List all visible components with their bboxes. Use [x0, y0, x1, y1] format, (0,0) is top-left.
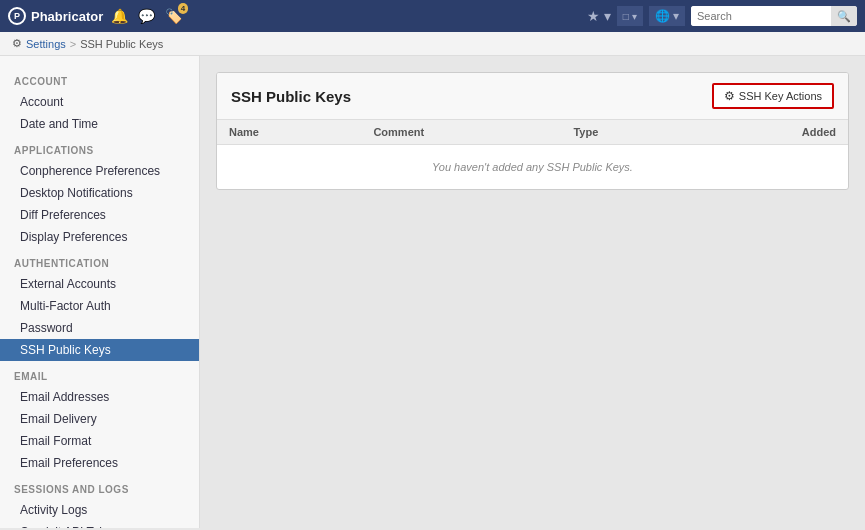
search-button[interactable]: 🔍 [831, 6, 857, 26]
bell-icon[interactable]: 🔔 [111, 8, 128, 24]
breadcrumb-separator: > [70, 38, 76, 50]
app-logo[interactable]: P Phabricator [8, 7, 103, 25]
sidebar-item-conpherence[interactable]: Conpherence Preferences [0, 160, 199, 182]
topnav-left: P Phabricator 🔔 💬 🏷️4 [8, 7, 182, 25]
ssh-key-actions-label: SSH Key Actions [739, 90, 822, 102]
content-panel: SSH Public Keys ⚙ SSH Key Actions NameCo… [216, 72, 849, 190]
sidebar-item-mfa[interactable]: Multi-Factor Auth [0, 295, 199, 317]
sidebar-item-ssh-keys[interactable]: SSH Public Keys [0, 339, 199, 361]
empty-row: You haven't added any SSH Public Keys. [217, 145, 848, 189]
sidebar-item-email-format[interactable]: Email Format [0, 430, 199, 452]
breadcrumb-arrow: ⚙ [12, 37, 22, 50]
top-navigation: P Phabricator 🔔 💬 🏷️4 ★ ▾ □ ▾ 🌐 ▾ 🔍 [0, 0, 865, 32]
panel-header: SSH Public Keys ⚙ SSH Key Actions [217, 73, 848, 120]
window-button[interactable]: □ ▾ [617, 6, 643, 26]
topnav-icons: 🔔 💬 🏷️4 [111, 8, 182, 24]
sidebar-item-email-prefs[interactable]: Email Preferences [0, 452, 199, 474]
breadcrumb: ⚙ Settings > SSH Public Keys [0, 32, 865, 56]
sidebar-item-diff-prefs[interactable]: Diff Preferences [0, 204, 199, 226]
search-input[interactable] [691, 6, 831, 26]
sidebar-item-activity-logs[interactable]: Activity Logs [0, 499, 199, 521]
sidebar-item-conduit-tokens[interactable]: Conduit API Tokens [0, 521, 199, 528]
sidebar-item-display-prefs[interactable]: Display Preferences [0, 226, 199, 248]
panel-title: SSH Public Keys [231, 88, 351, 105]
sidebar-item-email-addresses[interactable]: Email Addresses [0, 386, 199, 408]
topnav-right: ★ ▾ □ ▾ 🌐 ▾ 🔍 [587, 6, 857, 26]
sidebar-item-external-accounts[interactable]: External Accounts [0, 273, 199, 295]
sidebar-section-title: SESSIONS AND LOGS [0, 474, 199, 499]
logo-icon: P [8, 7, 26, 25]
window-controls: □ ▾ [617, 6, 643, 26]
sidebar-section-title: APPLICATIONS [0, 135, 199, 160]
col-header-added: Added [692, 120, 848, 145]
breadcrumb-current: SSH Public Keys [80, 38, 163, 50]
sidebar-section-title: ACCOUNT [0, 66, 199, 91]
sidebar: ACCOUNTAccountDate and TimeAPPLICATIONSC… [0, 56, 200, 528]
sidebar-item-desktop-notif[interactable]: Desktop Notifications [0, 182, 199, 204]
sidebar-item-password[interactable]: Password [0, 317, 199, 339]
ssh-keys-table: NameCommentTypeAdded You haven't added a… [217, 120, 848, 189]
chat-icon[interactable]: 💬 [138, 8, 155, 24]
breadcrumb-settings-link[interactable]: Settings [26, 38, 66, 50]
globe-button[interactable]: 🌐 ▾ [649, 6, 685, 26]
star-icon[interactable]: ★ ▾ [587, 8, 611, 24]
col-header-name: Name [217, 120, 361, 145]
col-header-type: Type [561, 120, 692, 145]
col-header-comment: Comment [361, 120, 561, 145]
search-container: 🔍 [691, 6, 857, 26]
sidebar-item-date-time[interactable]: Date and Time [0, 113, 199, 135]
app-name: Phabricator [31, 9, 103, 24]
sidebar-item-account[interactable]: Account [0, 91, 199, 113]
ssh-key-actions-button[interactable]: ⚙ SSH Key Actions [712, 83, 834, 109]
sidebar-section-title: EMAIL [0, 361, 199, 386]
notification-count: 4 [178, 3, 188, 14]
main-layout: ACCOUNTAccountDate and TimeAPPLICATIONSC… [0, 56, 865, 528]
sidebar-item-email-delivery[interactable]: Email Delivery [0, 408, 199, 430]
main-content: SSH Public Keys ⚙ SSH Key Actions NameCo… [200, 56, 865, 528]
gear-icon: ⚙ [724, 89, 735, 103]
notification-badge-icon[interactable]: 🏷️4 [165, 8, 182, 24]
sidebar-section-title: AUTHENTICATION [0, 248, 199, 273]
